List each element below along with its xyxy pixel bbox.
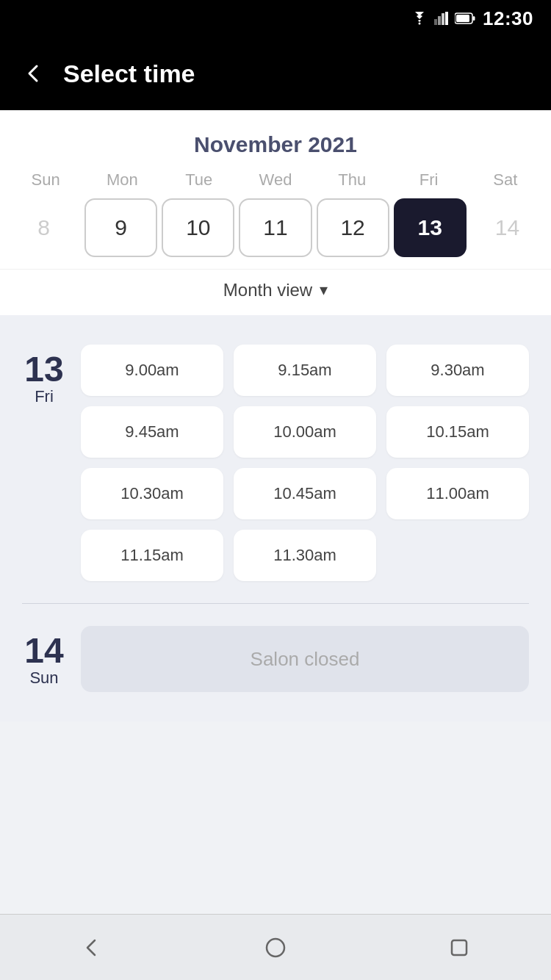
nav-home-button[interactable]	[253, 926, 298, 970]
month-view-label: Month view	[223, 280, 312, 300]
time-slot-1045[interactable]: 10.45am	[234, 468, 376, 519]
month-year-label: November 2021	[0, 125, 551, 170]
nav-bar	[0, 914, 551, 980]
day-name-13: Fri	[35, 387, 54, 406]
weekday-mon: Mon	[84, 170, 160, 190]
slots-section: 13 Fri 9.00am 9.15am 9.30am 9.45am 10.00…	[0, 315, 551, 721]
weekday-row: Sun Mon Tue Wed Thu Fri Sat	[0, 170, 551, 190]
signal-icon	[434, 12, 449, 25]
date-11[interactable]: 11	[239, 198, 311, 257]
nav-recent-button[interactable]	[437, 926, 481, 970]
day-label-14: 14 Sun	[22, 626, 66, 688]
day-label-13: 13 Fri	[22, 345, 66, 406]
date-14[interactable]: 14	[471, 198, 544, 257]
chevron-down-icon: ▾	[320, 281, 328, 300]
time-slot-930[interactable]: 9.30am	[386, 345, 529, 396]
time-slot-915[interactable]: 9.15am	[234, 345, 376, 396]
month-view-toggle[interactable]: Month view ▾	[0, 269, 551, 315]
status-time: 12:30	[483, 7, 533, 30]
time-slot-1115[interactable]: 11.15am	[81, 530, 223, 581]
weekday-sun: Sun	[7, 170, 84, 190]
salon-closed-box: Salon closed	[81, 626, 529, 692]
svg-rect-3	[442, 13, 444, 25]
weekday-thu: Thu	[314, 170, 390, 190]
time-slot-1000[interactable]: 10.00am	[234, 406, 376, 458]
battery-icon	[455, 12, 475, 24]
svg-rect-1	[434, 19, 437, 25]
svg-point-0	[419, 23, 421, 25]
slots-grid-13: 9.00am 9.15am 9.30am 9.45am 10.00am 10.1…	[81, 345, 529, 581]
svg-rect-9	[452, 940, 467, 955]
dates-row: 8 9 10 11 12 13 14	[0, 198, 551, 269]
date-13[interactable]: 13	[394, 198, 467, 257]
time-slot-1100[interactable]: 11.00am	[386, 468, 529, 519]
svg-point-8	[267, 939, 284, 956]
svg-rect-6	[473, 16, 475, 21]
weekday-tue: Tue	[161, 170, 237, 190]
page-title: Select time	[63, 60, 195, 88]
date-12[interactable]: 12	[317, 198, 389, 257]
header: Select time	[0, 37, 551, 110]
wifi-icon	[411, 12, 428, 25]
status-bar: 12:30	[0, 0, 551, 37]
day-number-13: 13	[24, 352, 63, 387]
time-slot-1015[interactable]: 10.15am	[386, 406, 529, 458]
day-number-14: 14	[24, 633, 63, 669]
nav-back-button[interactable]	[70, 926, 114, 970]
date-9[interactable]: 9	[84, 198, 157, 257]
weekday-fri: Fri	[390, 170, 467, 190]
svg-rect-2	[438, 16, 441, 25]
weekday-wed: Wed	[237, 170, 314, 190]
day-block-14: 14 Sun Salon closed	[22, 611, 529, 707]
date-8[interactable]: 8	[7, 198, 80, 257]
calendar-section: November 2021 Sun Mon Tue Wed Thu Fri Sa…	[0, 110, 551, 315]
svg-rect-7	[456, 15, 469, 22]
time-slot-1130[interactable]: 11.30am	[234, 530, 376, 581]
date-10[interactable]: 10	[162, 198, 234, 257]
day-block-13: 13 Fri 9.00am 9.15am 9.30am 9.45am 10.00…	[22, 330, 529, 596]
salon-closed-label: Salon closed	[251, 648, 360, 671]
time-slot-900[interactable]: 9.00am	[81, 345, 223, 396]
section-divider	[22, 603, 529, 604]
svg-rect-4	[445, 12, 448, 25]
day-name-14: Sun	[29, 669, 58, 688]
weekday-sat: Sat	[467, 170, 544, 190]
back-button[interactable]	[22, 62, 46, 85]
time-slot-1030[interactable]: 10.30am	[81, 468, 223, 519]
status-icons	[411, 12, 475, 25]
time-slot-945[interactable]: 9.45am	[81, 406, 223, 458]
